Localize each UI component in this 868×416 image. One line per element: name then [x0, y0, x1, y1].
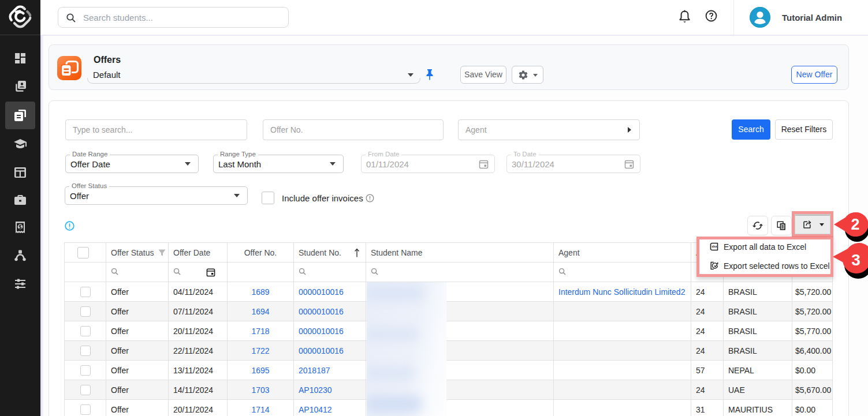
- svg-text:2: 2: [851, 216, 859, 233]
- svg-text:3: 3: [851, 251, 860, 269]
- svg-text:xlsx: xlsx: [711, 245, 717, 248]
